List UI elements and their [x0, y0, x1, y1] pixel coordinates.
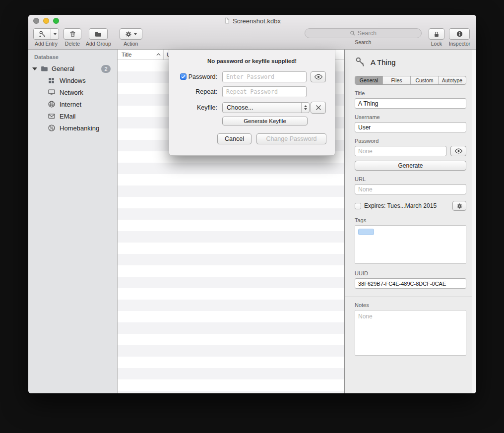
add-entry-dropdown[interactable]: [51, 29, 59, 39]
action-toolbar-item: Action: [120, 28, 142, 47]
sidebar-group-general[interactable]: General 2: [28, 63, 117, 74]
tab-general[interactable]: General: [355, 76, 382, 84]
sidebar-item-network[interactable]: Network: [28, 86, 117, 98]
inspector-toolbar-item: Inspector: [449, 28, 470, 47]
delete-button[interactable]: [63, 28, 81, 40]
dialog-message: No password or keyfile supplied!: [169, 58, 335, 64]
info-icon: [456, 30, 463, 38]
url-field[interactable]: [355, 184, 466, 194]
sidebar-item-label: Internet: [60, 101, 81, 108]
uuid-label: UUID: [355, 270, 466, 276]
change-password-dialog: No password or keyfile supplied! Passwor…: [169, 50, 335, 156]
document-icon: [224, 17, 230, 25]
desktop: Screenshot.kdbx Add Entry: [0, 0, 504, 433]
eye-icon: [454, 148, 463, 154]
sidebar-item-label: EMail: [60, 113, 76, 120]
traffic-lights: [33, 18, 59, 24]
close-button[interactable]: [33, 18, 39, 24]
delete-toolbar-item: Delete: [63, 28, 81, 47]
search-input[interactable]: Search: [305, 28, 422, 38]
toolbar: Add Entry Delete: [28, 27, 476, 47]
sidebar-item-internet[interactable]: Internet: [28, 98, 117, 110]
add-group-button[interactable]: [89, 28, 108, 40]
dialog-repeat-input[interactable]: [222, 86, 307, 97]
repeat-label: Repeat:: [169, 86, 217, 97]
sidebar-item-homebanking[interactable]: Homebanking: [28, 122, 117, 134]
gear-icon: [456, 203, 463, 209]
url-field-label: URL: [355, 176, 466, 182]
keyfile-popup[interactable]: Choose...: [222, 102, 310, 113]
uuid-field[interactable]: [355, 278, 466, 289]
tab-custom[interactable]: Custom: [410, 76, 438, 84]
sidebar-item-email[interactable]: EMail: [28, 110, 117, 122]
tag-pill[interactable]: [358, 229, 374, 235]
app-window: Screenshot.kdbx Add Entry: [28, 15, 476, 393]
globe-icon: [47, 100, 56, 109]
inspector-button[interactable]: [449, 28, 470, 40]
tab-autotype[interactable]: Autotype: [438, 76, 466, 84]
change-password-button[interactable]: Change Password: [256, 133, 326, 144]
tags-label: Tags: [355, 217, 466, 223]
minimize-button[interactable]: [43, 18, 49, 24]
sidebar-item-windows[interactable]: Windows: [28, 74, 117, 86]
entry-key-icon: [355, 57, 366, 67]
disclosure-triangle-icon[interactable]: [32, 67, 37, 70]
inspector-panel: A Thing General Files Custom Autotype Ti…: [345, 50, 476, 393]
delete-label: Delete: [65, 41, 80, 47]
cancel-button[interactable]: Cancel: [217, 133, 252, 144]
clear-keyfile-button[interactable]: [311, 102, 326, 114]
window-chrome: Screenshot.kdbx Add Entry: [28, 15, 476, 50]
add-entry-toolbar-item: Add Entry: [33, 28, 59, 47]
group-count-badge: 2: [101, 65, 111, 73]
generate-keyfile-button[interactable]: Generate Keyfile: [222, 117, 308, 125]
lock-toolbar-item: Lock: [429, 28, 444, 47]
title-field-label: Title: [355, 90, 466, 96]
expires-checkbox[interactable]: [355, 203, 361, 209]
add-group-label: Add Group: [86, 41, 111, 47]
username-field-label: Username: [355, 114, 466, 120]
add-entry-button[interactable]: [33, 28, 59, 40]
gear-icon: [125, 31, 132, 38]
popup-stepper-icon: [301, 103, 309, 113]
expires-label: Expires: Tues...March 2015: [364, 202, 452, 209]
key-plus-icon[interactable]: [34, 29, 51, 39]
generate-password-button[interactable]: Generate: [355, 161, 466, 171]
action-dropdown-chevron: [134, 33, 137, 35]
inspector-label: Inspector: [449, 41, 470, 47]
reveal-password-button[interactable]: [450, 146, 466, 156]
folder-add-icon: [94, 30, 102, 38]
password-field[interactable]: [355, 146, 446, 156]
zoom-button[interactable]: [53, 18, 59, 24]
add-entry-label: Add Entry: [35, 41, 58, 47]
keyfile-label: Keyfile:: [169, 102, 217, 113]
add-group-toolbar-item: Add Group: [86, 28, 111, 47]
inspector-divider: [345, 297, 476, 297]
titlebar[interactable]: Screenshot.kdbx: [28, 15, 476, 27]
eye-icon: [314, 74, 323, 80]
inspector-scrollbar[interactable]: [472, 50, 476, 393]
windows-icon: [47, 76, 56, 85]
column-header-title[interactable]: Title: [118, 52, 163, 58]
tab-files[interactable]: Files: [382, 76, 410, 84]
dialog-password-input[interactable]: [222, 71, 307, 82]
action-button[interactable]: [120, 28, 142, 40]
notes-field[interactable]: [355, 310, 466, 356]
trash-icon: [69, 30, 76, 38]
expires-settings-button[interactable]: [452, 201, 466, 211]
sidebar-item-label: Windows: [60, 77, 86, 84]
entry-title: A Thing: [371, 58, 396, 66]
notes-label: Notes: [355, 302, 466, 308]
username-field[interactable]: [355, 122, 466, 132]
lock-icon: [433, 31, 440, 38]
action-label: Action: [124, 41, 138, 47]
mail-icon: [47, 112, 56, 121]
title-field[interactable]: [355, 98, 466, 109]
sidebar-section-header: Database: [28, 53, 117, 63]
lock-button[interactable]: [429, 28, 444, 40]
lock-label: Lock: [431, 41, 442, 47]
tags-box[interactable]: [355, 225, 466, 264]
search-label: Search: [355, 39, 371, 45]
password-label: Password:: [169, 71, 217, 82]
network-icon: [47, 88, 56, 97]
dialog-reveal-password-button[interactable]: [311, 71, 326, 82]
